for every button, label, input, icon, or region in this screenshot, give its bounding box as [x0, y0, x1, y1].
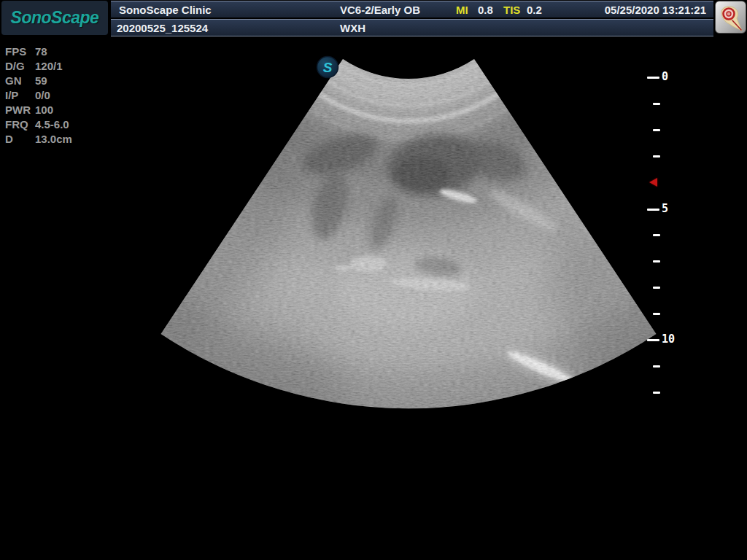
ruler-label-0: 0 [662, 70, 668, 83]
ultrasound-screen: SonoScape SonoScape Clinic VC6-2/Early O… [0, 0, 747, 560]
depth-ruler: 0 5 10 [645, 0, 674, 438]
probe-orientation-badge: S [317, 57, 338, 78]
probe-marker-letter: S [323, 60, 333, 75]
ruler-minor-tick [653, 365, 660, 368]
ruler-minor-tick [653, 313, 660, 315]
ruler-major-tick [647, 77, 659, 79]
ruler-minor-tick [653, 287, 660, 289]
ruler-minor-tick [653, 260, 660, 262]
ruler-minor-tick [653, 392, 660, 394]
ruler-label-10: 10 [662, 332, 675, 346]
focus-marker[interactable] [649, 178, 657, 187]
ruler-label-5: 5 [662, 202, 668, 215]
ruler-minor-tick [653, 103, 660, 105]
ruler-minor-tick [653, 234, 660, 236]
ruler-major-tick [647, 339, 659, 341]
ultrasound-image: S [0, 0, 747, 560]
ruler-minor-tick [653, 129, 660, 131]
ruler-minor-tick [653, 155, 660, 158]
ruler-major-tick [647, 209, 659, 211]
